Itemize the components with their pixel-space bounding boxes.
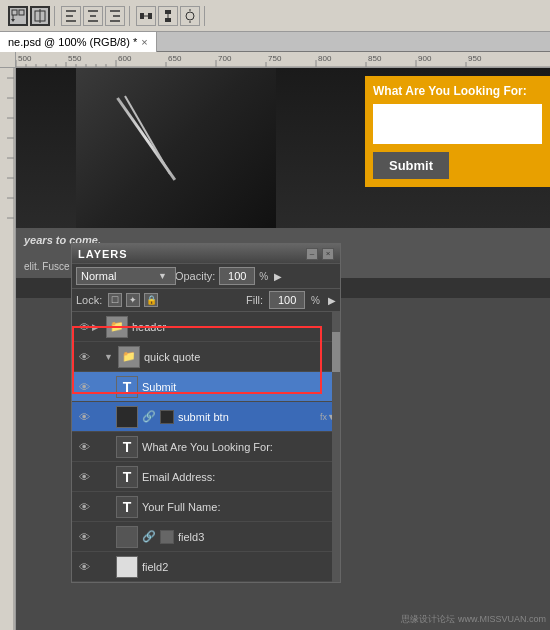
- list-item[interactable]: 👁 ▶ 📁 header: [72, 312, 340, 342]
- align-right-icon[interactable]: [105, 6, 125, 26]
- opacity-percent: %: [259, 271, 268, 282]
- layer-name: Submit: [142, 381, 336, 393]
- panel-close-btn[interactable]: ×: [322, 248, 334, 260]
- ruler-horizontal: 500 550 600 650 700 750 800 850 900 950: [0, 52, 550, 68]
- layer-name: What Are You Looking For:: [142, 441, 336, 453]
- eye-icon[interactable]: 👁: [76, 529, 92, 545]
- panel-collapse-btn[interactable]: –: [306, 248, 318, 260]
- svg-text:950: 950: [468, 54, 482, 63]
- lock-position-icon[interactable]: ✦: [126, 293, 140, 307]
- layers-titlebar: LAYERS – ×: [72, 244, 340, 264]
- scrollbar-track[interactable]: [332, 312, 340, 582]
- text-thumb: T: [116, 376, 138, 398]
- layer-name: field3: [178, 531, 336, 543]
- opacity-arrow[interactable]: ▶: [274, 271, 282, 282]
- expand-icon[interactable]: ▼: [104, 352, 114, 362]
- layer-name: quick quote: [144, 351, 336, 363]
- list-item[interactable]: 👁 field2: [72, 552, 340, 582]
- eye-icon[interactable]: 👁: [76, 499, 92, 515]
- list-item[interactable]: 👁 T Your Full Name:: [72, 492, 340, 522]
- folder-thumb: 📁: [118, 346, 140, 368]
- selection-tool-icon[interactable]: [30, 6, 50, 26]
- fill-percent: %: [311, 295, 320, 306]
- text-thumb: T: [116, 496, 138, 518]
- svg-marker-3: [11, 19, 15, 22]
- eye-icon[interactable]: 👁: [76, 559, 92, 575]
- search-box: What Are You Looking For: Submit: [365, 76, 550, 187]
- spacing-h-icon[interactable]: [136, 6, 156, 26]
- layer-name: Your Full Name:: [142, 501, 336, 513]
- svg-rect-15: [140, 13, 144, 19]
- list-item[interactable]: 👁 T What Are You Looking For:: [72, 432, 340, 462]
- svg-text:900: 900: [418, 54, 432, 63]
- lock-pixels-icon[interactable]: ☐: [108, 293, 122, 307]
- banner: What Are You Looking For: Submit: [16, 68, 550, 228]
- align-tools: [57, 6, 130, 26]
- layer-name: header: [132, 321, 336, 333]
- expand-icon[interactable]: ▶: [92, 322, 102, 332]
- eye-icon[interactable]: 👁: [76, 319, 92, 335]
- mask-thumb: [160, 410, 174, 424]
- align-left-icon[interactable]: [61, 6, 81, 26]
- ruler-h-track: 500 550 600 650 700 750 800 850 900 950: [16, 52, 550, 68]
- transform-tools: [132, 6, 205, 26]
- svg-text:850: 850: [368, 54, 382, 63]
- layer-thumb: [116, 406, 138, 428]
- fill-label: Fill:: [246, 294, 263, 306]
- tab-close-btn[interactable]: ×: [141, 36, 147, 48]
- svg-text:700: 700: [218, 54, 232, 63]
- distribute-icon[interactable]: [180, 6, 200, 26]
- align-center-icon[interactable]: [83, 6, 103, 26]
- list-item[interactable]: 👁 T Email Address:: [72, 462, 340, 492]
- submit-button[interactable]: Submit: [373, 152, 449, 179]
- list-item[interactable]: 👁 🔗 field3: [72, 522, 340, 552]
- svg-rect-1: [19, 10, 24, 15]
- eye-icon[interactable]: 👁: [76, 379, 92, 395]
- svg-text:600: 600: [118, 54, 132, 63]
- opacity-label: Opacity:: [175, 270, 215, 282]
- mask-thumb: [160, 530, 174, 544]
- text-thumb: T: [116, 436, 138, 458]
- eye-icon[interactable]: 👁: [76, 409, 92, 425]
- svg-text:800: 800: [318, 54, 332, 63]
- blend-opacity-row: Normal ▼ Opacity: % ▶: [72, 264, 340, 289]
- canvas: What Are You Looking For: Submit years t…: [16, 68, 550, 630]
- scrollbar-thumb[interactable]: [332, 332, 340, 372]
- list-item[interactable]: 👁 🔗 submit btn fx▼: [72, 402, 340, 432]
- search-label: What Are You Looking For:: [373, 84, 542, 98]
- svg-rect-18: [165, 10, 171, 14]
- folder-thumb: 📁: [106, 316, 128, 338]
- link-icon: 🔗: [142, 410, 156, 423]
- svg-rect-16: [148, 13, 152, 19]
- svg-rect-19: [165, 18, 171, 22]
- lock-label: Lock:: [76, 294, 102, 306]
- spacing-v-icon[interactable]: [158, 6, 178, 26]
- move-tools: [4, 6, 55, 26]
- eye-icon[interactable]: 👁: [76, 349, 92, 365]
- link-icon: 🔗: [142, 530, 156, 543]
- fill-input[interactable]: [269, 291, 305, 309]
- search-input-area[interactable]: [373, 104, 542, 144]
- layer-name: Email Address:: [142, 471, 336, 483]
- layer-name: submit btn: [178, 411, 314, 423]
- lock-all-icon[interactable]: 🔒: [144, 293, 158, 307]
- layers-window-controls: – ×: [306, 248, 334, 260]
- list-item[interactable]: 👁 T Submit: [72, 372, 340, 402]
- fill-arrow[interactable]: ▶: [328, 295, 336, 306]
- active-tab[interactable]: ne.psd @ 100% (RGB/8) * ×: [0, 32, 157, 52]
- move-tool-icon[interactable]: [8, 6, 28, 26]
- opacity-input[interactable]: [219, 267, 255, 285]
- layer-list: 👁 ▶ 📁 header 👁 ▼ 📁 quick quote: [72, 312, 340, 582]
- watermark: 思缘设计论坛 www.MISSVUAN.com: [401, 613, 546, 626]
- lock-icons: ☐ ✦ 🔒: [108, 293, 158, 307]
- tab-bar: ne.psd @ 100% (RGB/8) * ×: [0, 32, 550, 52]
- top-toolbar: [0, 0, 550, 32]
- eye-icon[interactable]: 👁: [76, 469, 92, 485]
- eye-icon[interactable]: 👁: [76, 439, 92, 455]
- main-area: What Are You Looking For: Submit years t…: [0, 68, 550, 630]
- blend-mode-select[interactable]: Normal: [76, 267, 176, 285]
- text-thumb: T: [116, 466, 138, 488]
- lock-fill-row: Lock: ☐ ✦ 🔒 Fill: % ▶: [72, 289, 340, 312]
- list-item[interactable]: 👁 ▼ 📁 quick quote: [72, 342, 340, 372]
- svg-text:750: 750: [268, 54, 282, 63]
